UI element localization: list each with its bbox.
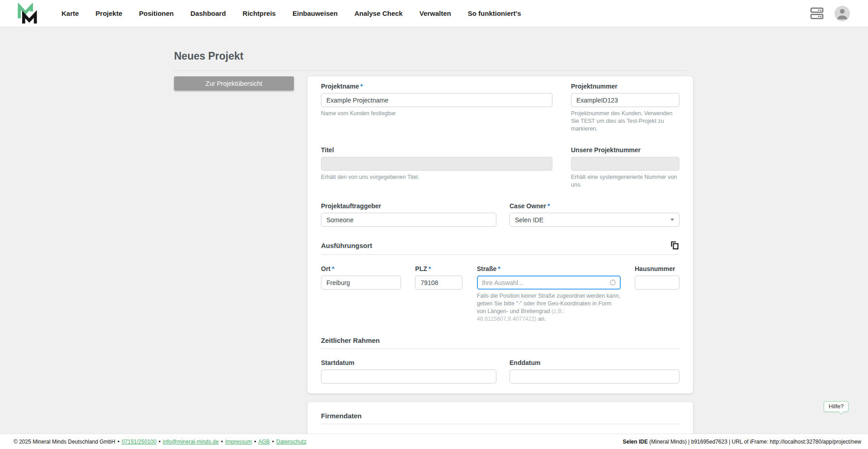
field-startdatum: Startdatum	[321, 358, 496, 384]
case-owner-label: Case Owner*	[509, 201, 679, 210]
field-ort: Ort*	[321, 264, 401, 323]
footer: © 2025 Mineral Minds Deutschland GmbH • …	[0, 434, 868, 449]
firmendaten-title: Firmendaten	[321, 412, 362, 420]
separator: •	[159, 439, 160, 445]
projektnummer-input[interactable]	[571, 93, 679, 107]
projektauftraggeber-input[interactable]	[321, 213, 496, 227]
title-divider	[174, 70, 687, 71]
nav-item-einbauweisen[interactable]: Einbauweisen	[292, 9, 338, 17]
firmendaten-card: Firmendaten	[307, 402, 693, 434]
unsere-projektnummer-input	[571, 157, 679, 171]
footer-session-info: Selen IDE (Mineral Minds) | b91695ed7623…	[623, 439, 861, 445]
projektnummer-hint: Projektnummer des Kunden. Verwenden Sie …	[571, 110, 679, 133]
unsere-projektnummer-label: Unsere Projektnummer	[571, 145, 679, 154]
mineral-minds-logo-icon[interactable]	[16, 3, 38, 24]
enddatum-label: Enddatum	[509, 358, 679, 367]
nav-item-dashboard[interactable]: Dashboard	[190, 9, 226, 17]
projektauftraggeber-label: Projektauftraggeber	[321, 201, 496, 210]
required-marker: *	[547, 202, 550, 210]
case-owner-value: Selen IDE	[515, 216, 670, 224]
required-marker: *	[429, 265, 431, 272]
case-owner-select[interactable]: Selen IDE	[509, 213, 679, 227]
project-overview-button[interactable]: Zur Projektübersicht	[174, 76, 294, 90]
help-label: Hilfe?	[829, 403, 844, 410]
server-icon[interactable]	[810, 7, 824, 19]
plz-input[interactable]	[415, 276, 462, 290]
user-avatar-icon[interactable]	[835, 6, 850, 21]
footer-link-impressum[interactable]: Impressum	[225, 439, 252, 445]
field-projektnummer: Projektnummer Projektnummer des Kunden. …	[571, 82, 679, 133]
nav-item-so-funktionierts[interactable]: So funktioniert's	[468, 9, 521, 17]
nav-item-karte[interactable]: Karte	[61, 9, 79, 17]
plz-label: PLZ*	[415, 264, 462, 273]
ausfuehrungsort-header: Ausführungsort	[321, 240, 679, 250]
footer-link-datenschutz[interactable]: Datenschutz	[276, 439, 307, 445]
nav-item-analyse-check[interactable]: Analyse Check	[354, 9, 403, 17]
footer-link-email[interactable]: info@mineral-minds.de	[163, 439, 219, 445]
footer-link-agb[interactable]: AGB	[258, 439, 269, 445]
hausnummer-label: Hausnummer	[635, 264, 679, 273]
strasse-input[interactable]	[482, 279, 607, 286]
field-strasse: Straße* Falls die Position keiner Straße…	[477, 264, 621, 323]
form-row-dates: Startdatum Enddatum	[321, 358, 679, 384]
zeitlicher-rahmen-title: Zeitlicher Rahmen	[321, 337, 380, 344]
speech-bubble-tail	[838, 409, 844, 415]
form-row-titel: Titel Erhält den von uns vorgegebenen Ti…	[321, 145, 679, 189]
field-projektauftraggeber: Projektauftraggeber	[321, 201, 496, 227]
session-user: Selen IDE	[623, 439, 648, 445]
startdatum-input[interactable]	[321, 369, 496, 384]
nav-item-verwalten[interactable]: Verwalten	[420, 9, 451, 17]
titel-hint: Erhält den von uns vorgegebenen Titel.	[321, 173, 552, 181]
copyright-text: © 2025 Mineral Minds Deutschland GmbH	[14, 439, 115, 445]
projektnummer-label: Projektnummer	[571, 82, 679, 91]
top-navigation-bar: Karte Projekte Positionen Dashboard Rich…	[0, 0, 868, 27]
field-enddatum: Enddatum	[509, 358, 679, 384]
form-row-auftraggeber-owner: Projektauftraggeber Case Owner* Selen ID…	[321, 201, 679, 227]
section-divider	[321, 424, 679, 424]
loading-spinner-icon	[610, 280, 616, 285]
required-marker: *	[360, 83, 363, 90]
titel-label: Titel	[321, 145, 552, 154]
required-marker: *	[498, 265, 500, 272]
required-marker: *	[332, 265, 334, 272]
ausfuehrungsort-title: Ausführungsort	[321, 242, 372, 249]
projektname-label: Projektname*	[321, 82, 552, 91]
page-title: Neues Projekt	[174, 50, 243, 62]
field-projektname: Projektname* Name vom Kunden festlegbar	[321, 82, 552, 133]
session-details: (Mineral Minds) | b91695ed7623 | URL of …	[648, 439, 861, 445]
strasse-hint: Falls die Position keiner Straße zugeord…	[477, 292, 621, 323]
nav-item-projekte[interactable]: Projekte	[95, 9, 122, 17]
zeitlicher-rahmen-header: Zeitlicher Rahmen	[321, 337, 679, 344]
footer-link-phone[interactable]: 07151/250100	[122, 439, 156, 445]
nav-item-richtpreis[interactable]: Richtpreis	[243, 9, 276, 17]
field-hausnummer: Hausnummer	[635, 264, 679, 323]
ort-input[interactable]	[321, 276, 401, 290]
separator: •	[221, 439, 223, 445]
ort-label: Ort*	[321, 264, 401, 273]
form-row-address: Ort* PLZ* Straße* Falls die Position kei…	[321, 264, 679, 323]
strasse-label: Straße*	[477, 264, 621, 273]
strasse-input-wrapper	[477, 276, 621, 290]
separator: •	[254, 439, 256, 445]
main-nav: Karte Projekte Positionen Dashboard Rich…	[61, 9, 521, 17]
help-button[interactable]: Hilfe?	[824, 401, 849, 412]
form-row-name-number: Projektname* Name vom Kunden festlegbar …	[321, 82, 679, 133]
app: Karte Projekte Positionen Dashboard Rich…	[0, 0, 868, 449]
titel-input	[321, 157, 552, 171]
separator: •	[118, 439, 119, 445]
enddatum-input[interactable]	[509, 369, 679, 384]
section-divider	[321, 254, 679, 255]
footer-left: © 2025 Mineral Minds Deutschland GmbH • …	[14, 439, 307, 445]
topbar-right	[810, 6, 850, 21]
hausnummer-input[interactable]	[635, 276, 679, 290]
copy-icon[interactable]	[670, 240, 679, 250]
section-divider	[321, 348, 679, 349]
field-case-owner: Case Owner* Selen IDE	[509, 201, 679, 227]
field-unsere-projektnummer: Unsere Projektnummer Erhält eine systemg…	[571, 145, 679, 189]
projektname-hint: Name vom Kunden festlegbar	[321, 110, 552, 117]
unsere-projektnummer-hint: Erhält eine systemgenerierte Nummer von …	[571, 173, 679, 189]
chevron-down-icon	[670, 219, 674, 221]
projektname-input[interactable]	[321, 93, 552, 107]
nav-item-positionen[interactable]: Positionen	[139, 9, 174, 17]
separator: •	[272, 439, 274, 445]
